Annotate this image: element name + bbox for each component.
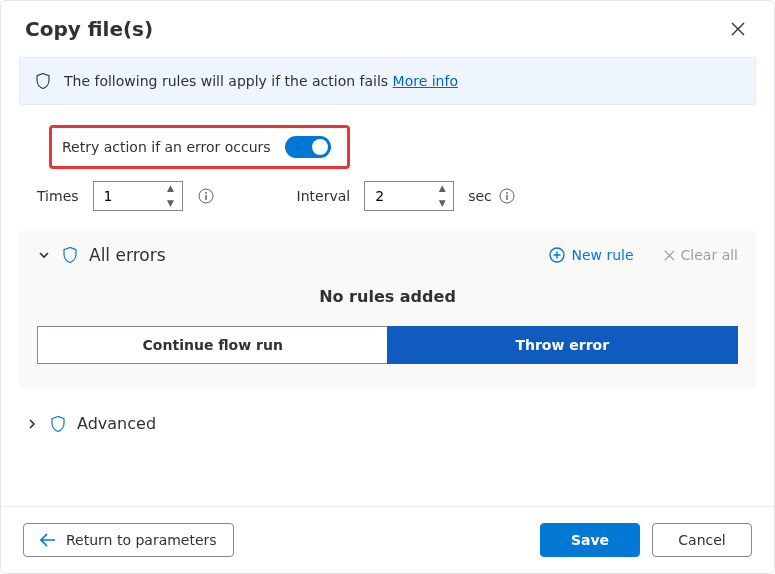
throw-error-button[interactable]: Throw error: [387, 326, 739, 364]
rules-section-title: All errors: [89, 245, 166, 265]
dialog-header: Copy file(s): [1, 1, 774, 51]
save-button[interactable]: Save: [540, 523, 640, 557]
error-mode-segmented: Continue flow run Throw error: [37, 326, 738, 364]
close-button[interactable]: [726, 17, 750, 41]
shield-icon: [49, 415, 67, 433]
interval-unit: sec: [468, 188, 492, 204]
chevron-down-icon: [38, 249, 50, 261]
shield-icon: [61, 246, 79, 264]
times-stepper[interactable]: ▲ ▼: [93, 181, 183, 211]
rules-header: All errors New rule Clear all: [37, 245, 738, 265]
retry-controls-row: Times ▲ ▼ Interval ▲ ▼ sec: [1, 179, 774, 225]
interval-stepper[interactable]: ▲ ▼: [364, 181, 454, 211]
retry-toggle[interactable]: [285, 136, 331, 158]
close-icon: [664, 250, 675, 261]
more-info-link[interactable]: More info: [393, 73, 458, 89]
cancel-button[interactable]: Cancel: [652, 523, 752, 557]
shield-icon: [34, 72, 52, 90]
stepper-arrows: ▲ ▼: [435, 184, 449, 208]
interval-label: Interval: [297, 188, 351, 204]
info-icon[interactable]: [197, 187, 215, 205]
chevron-up-icon[interactable]: ▲: [435, 184, 449, 193]
svg-point-4: [506, 192, 508, 194]
chevron-down-icon[interactable]: ▼: [435, 199, 449, 208]
svg-rect-2: [205, 195, 206, 200]
stepper-arrows: ▲ ▼: [164, 184, 178, 208]
continue-flow-run-button[interactable]: Continue flow run: [38, 327, 388, 363]
retry-highlight-box: Retry action if an error occurs: [49, 125, 350, 169]
return-to-parameters-button[interactable]: Return to parameters: [23, 523, 234, 557]
dialog-footer: Return to parameters Save Cancel: [1, 506, 774, 573]
dialog: Copy file(s) The following rules will ap…: [0, 0, 775, 574]
info-banner: The following rules will apply if the ac…: [19, 57, 756, 105]
clear-all-button: Clear all: [664, 247, 738, 263]
advanced-label: Advanced: [77, 414, 156, 433]
expand-toggle: [25, 417, 39, 431]
arrow-left-icon: [40, 533, 56, 547]
retry-label: Retry action if an error occurs: [62, 139, 271, 155]
times-label: Times: [37, 188, 79, 204]
toggle-knob: [312, 139, 328, 155]
plus-circle-icon: [549, 247, 565, 263]
banner-text: The following rules will apply if the ac…: [64, 73, 458, 89]
svg-rect-5: [506, 195, 507, 200]
chevron-up-icon[interactable]: ▲: [164, 184, 178, 193]
no-rules-text: No rules added: [37, 287, 738, 306]
chevron-right-icon: [26, 418, 38, 430]
dialog-title: Copy file(s): [25, 17, 153, 41]
info-icon[interactable]: [498, 187, 516, 205]
new-rule-button[interactable]: New rule: [549, 247, 633, 263]
chevron-down-icon[interactable]: ▼: [164, 199, 178, 208]
rules-panel: All errors New rule Clear all No rules a…: [19, 231, 756, 388]
advanced-section-toggle[interactable]: Advanced: [19, 414, 756, 433]
svg-point-1: [205, 192, 207, 194]
close-icon: [731, 22, 745, 36]
collapse-toggle[interactable]: [37, 248, 51, 262]
